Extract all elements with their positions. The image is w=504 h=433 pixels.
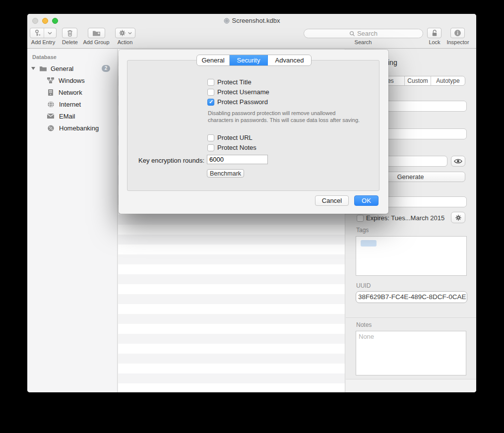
search-placeholder: Search [357, 30, 378, 37]
window-title: Screenshot.kdbx [27, 17, 476, 24]
add-group-button[interactable] [88, 28, 105, 38]
protect-notes-label: Protect Notes [217, 144, 256, 151]
document-icon [224, 18, 230, 24]
tab-general[interactable]: General [197, 55, 230, 65]
info-icon [454, 29, 461, 37]
server-icon [48, 89, 54, 96]
lock-label: Lock [429, 39, 440, 45]
notes-label: Notes [356, 321, 372, 328]
add-entry-label: Add Entry [31, 39, 55, 45]
disclosure-triangle-icon[interactable] [31, 67, 35, 70]
search-input[interactable]: Search [304, 29, 423, 38]
sidebar-item-network[interactable]: Network [27, 87, 117, 97]
ok-label: OK [362, 197, 371, 204]
sidebar-item-label: Network [59, 89, 82, 96]
tags-box[interactable] [356, 236, 467, 276]
tab-security[interactable]: Security [230, 55, 268, 65]
folder-icon [39, 65, 47, 72]
sidebar-item-email[interactable]: EMail [27, 111, 117, 121]
ok-button[interactable]: OK [354, 195, 378, 206]
protect-username-checkbox[interactable] [207, 89, 214, 96]
sidebar-item-label: EMail [59, 113, 75, 120]
gear-icon [455, 214, 462, 221]
protect-url-label: Protect URL [217, 134, 252, 141]
generate-label: Generate [397, 173, 424, 181]
search-icon [349, 31, 355, 37]
password-protection-warning: Disabling password protection will remov… [208, 110, 362, 124]
key-plus-icon[interactable] [30, 28, 44, 38]
tag-token[interactable] [361, 240, 377, 247]
window-title-text: Screenshot.kdbx [232, 17, 280, 24]
sidebar-section-database: Database [32, 54, 57, 60]
app-window: Screenshot.kdbx Add Entry [27, 14, 476, 392]
tab-autotype-label: Autotype [436, 77, 459, 84]
divider [346, 317, 476, 318]
expires-options-button[interactable] [451, 212, 465, 223]
protect-url-checkbox[interactable] [207, 134, 214, 141]
delete-button[interactable] [62, 28, 77, 38]
tags-label: Tags [356, 227, 369, 234]
uuid-label: UUID [356, 282, 371, 289]
envelope-icon [47, 113, 55, 119]
cancel-button[interactable]: Cancel [315, 195, 349, 206]
chevron-down-icon [128, 32, 132, 35]
action-label: Action [118, 39, 133, 45]
sidebar-item-general[interactable]: General 2 [27, 63, 117, 73]
protect-notes-checkbox[interactable] [207, 144, 214, 151]
lock-button[interactable] [427, 28, 441, 38]
sidebar-item-internet[interactable]: Internet [27, 99, 117, 109]
delete-label: Delete [62, 39, 78, 45]
count-badge: 2 [102, 65, 110, 72]
benchmark-label: Benchmark [210, 170, 241, 177]
protect-password-checkbox[interactable] [207, 99, 214, 106]
inspector-footer [346, 379, 476, 392]
add-entry-dropdown[interactable] [44, 28, 56, 38]
sidebar-item-label: Internet [59, 101, 81, 108]
show-password-button[interactable] [451, 156, 465, 167]
eye-icon [454, 158, 462, 164]
tab-custom-label: Custom [407, 77, 428, 84]
tab-advanced-label: Advanced [275, 57, 304, 64]
protect-notes-row: Protect Notes [207, 144, 256, 151]
protect-title-checkbox[interactable] [207, 79, 214, 86]
expires-label: Expires: Tues...March 2015 [366, 214, 444, 222]
sidebar-item-homebanking[interactable]: Homebanking [27, 123, 117, 133]
action-button[interactable] [115, 28, 135, 38]
key-rounds-input[interactable] [207, 155, 268, 164]
sidebar-item-windows[interactable]: Windows [27, 75, 117, 85]
lock-open-icon [431, 29, 438, 37]
key-rounds-label: Key encryption rounds: [128, 157, 204, 164]
protect-username-row: Protect Username [207, 88, 269, 96]
sidebar: Database General 2 Windows [27, 49, 118, 392]
folder-plus-icon [92, 30, 101, 37]
cancel-label: Cancel [322, 197, 342, 204]
uuid-field[interactable]: 38F629B7-FC4E-489C-8DCF-0CAE [356, 291, 467, 303]
tab-autotype[interactable]: Autotype [431, 76, 465, 85]
protect-username-label: Protect Username [217, 88, 269, 96]
dialog-tab-bar: General Security Advanced [196, 55, 312, 66]
percent-icon [47, 124, 55, 132]
notes-input[interactable] [356, 331, 466, 375]
tab-advanced[interactable]: Advanced [268, 55, 311, 65]
entry-title-fragment: ing [388, 59, 397, 66]
chevron-down-icon [48, 32, 52, 35]
tab-custom[interactable]: Custom [405, 76, 431, 85]
tab-security-label: Security [237, 57, 260, 64]
expires-checkbox[interactable] [357, 215, 364, 222]
sidebar-item-label: General [51, 65, 73, 72]
protect-title-label: Protect Title [217, 78, 252, 86]
inspector-button[interactable] [450, 28, 465, 38]
protect-url-row: Protect URL [207, 134, 252, 141]
windows-network-icon [47, 77, 55, 84]
protect-password-row: Protect Password [207, 98, 268, 106]
toolbar: Add Entry Delete Add Group [27, 28, 476, 49]
add-entry-button[interactable] [30, 28, 57, 38]
expires-row: Expires: Tues...March 2015 [357, 214, 444, 222]
globe-icon [47, 101, 55, 108]
titlebar: Screenshot.kdbx [27, 14, 476, 28]
search-label: Search [355, 39, 372, 45]
add-group-label: Add Group [83, 39, 109, 45]
dialog-group-box [127, 60, 379, 191]
benchmark-button[interactable]: Benchmark [207, 169, 244, 178]
inspector-label: Inspector [446, 39, 469, 45]
